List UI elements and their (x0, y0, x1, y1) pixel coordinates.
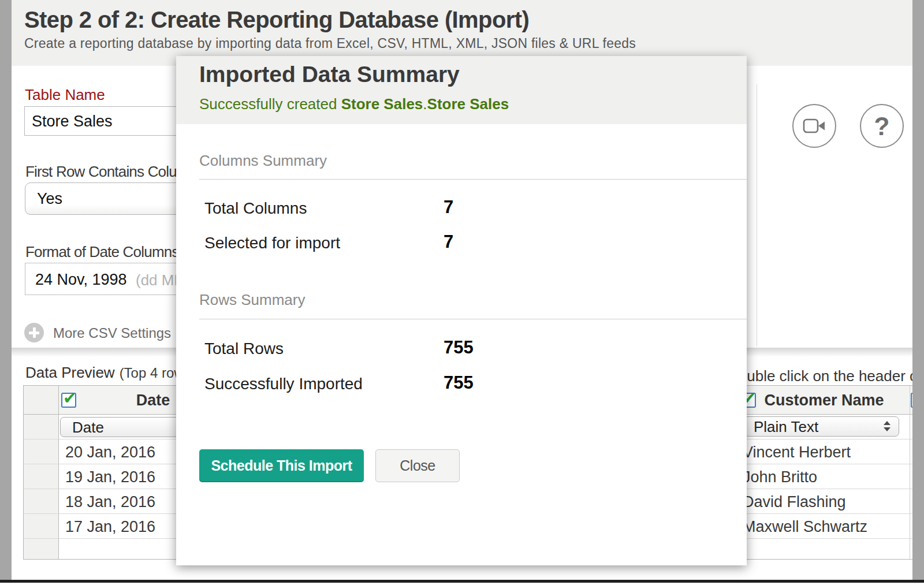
row-number-cell (24, 415, 59, 439)
plus-icon[interactable] (24, 323, 44, 342)
help-button[interactable]: ? (860, 104, 904, 148)
date-type-value: Date (72, 419, 104, 437)
close-button[interactable]: Close (375, 449, 460, 482)
window-edge-left (0, 0, 12, 580)
selected-for-import-value: 7 (444, 232, 453, 252)
success-separator: . (423, 95, 427, 113)
customer-cell-value: Maxwell Schwartz (743, 518, 910, 536)
customer-column-header-label: Customer Name (739, 392, 910, 409)
success-prefix: Successfully created (199, 95, 341, 113)
row-number-cell (24, 439, 59, 464)
success-table-name-2: Store Sales (427, 95, 509, 113)
date-format-value: 24 Nov, 1998 (35, 271, 127, 289)
schedule-this-import-button[interactable]: Schedule This Import (199, 449, 364, 482)
successfully-imported-value: 755 (444, 372, 474, 393)
select-stepper-icon (884, 421, 891, 431)
data-preview-heading: Data Preview(Top 4 rows) (25, 364, 196, 382)
question-mark-icon: ? (874, 113, 890, 139)
rows-summary-title: Rows Summary (199, 291, 305, 309)
row-number-cell (24, 539, 59, 559)
customer-column-header[interactable]: Customer Name (739, 386, 910, 415)
header-edit-instruction: Double click on the header cell to edit … (728, 367, 924, 385)
customer-cell-value: David Flashing (743, 493, 910, 511)
success-table-name: Store Sales (341, 95, 423, 113)
modal-success-message: Successfully created Store Sales.Store S… (199, 95, 509, 113)
row-number-cell (24, 514, 59, 539)
row-number-cell (24, 489, 59, 514)
customer-type-cell: Plain Text (739, 415, 910, 439)
customer-type-value: Plain Text (754, 418, 818, 436)
customer-cell-value: Vincent Herbert (743, 444, 910, 461)
successfully-imported-label: Successfully Imported (204, 375, 363, 393)
window-edge-right (912, 0, 924, 580)
window-bottom-bar (0, 580, 924, 583)
row-number-cell (24, 464, 59, 489)
table-name-label: Table Name (25, 86, 105, 104)
row-number-header-cell (24, 386, 59, 415)
table-row-customer-1: Vincent Herbert (739, 439, 910, 464)
first-row-value: Yes (37, 190, 62, 208)
form-panel-divider (757, 84, 757, 346)
table-cell (739, 539, 910, 559)
columns-summary-title: Columns Summary (199, 152, 327, 170)
date-column-checkbox[interactable] (61, 393, 76, 408)
modal-title: Imported Data Summary (199, 62, 460, 87)
imported-data-summary-modal: Imported Data Summary Successfully creat… (176, 56, 747, 565)
customer-type-select[interactable]: Plain Text (744, 416, 899, 437)
more-csv-settings-link[interactable]: More CSV Settings (53, 325, 171, 341)
total-rows-label: Total Rows (204, 340, 284, 358)
table-name-value: Store Sales (32, 113, 113, 131)
video-camera-icon (803, 117, 826, 135)
table-row-customer-4: Maxwell Schwartz (739, 514, 910, 539)
total-columns-label: Total Columns (204, 199, 307, 218)
page-subtitle: Create a reporting database by importing… (24, 36, 636, 51)
page-title: Step 2 of 2: Create Reporting Database (… (24, 7, 529, 33)
table-row-customer-2: John Britto (739, 464, 910, 489)
total-rows-value: 755 (444, 337, 474, 358)
total-columns-value: 7 (444, 197, 453, 218)
video-help-button[interactable] (792, 104, 836, 148)
table-row-customer-3: David Flashing (739, 489, 910, 514)
date-format-label: Format of Date Columns (25, 243, 179, 261)
rows-summary-divider (199, 319, 747, 319)
customer-cell-value: John Britto (743, 468, 910, 486)
selected-for-import-label: Selected for import (204, 234, 340, 252)
columns-summary-divider (199, 179, 747, 180)
data-preview-title: Data Preview (25, 364, 115, 381)
modal-header: Imported Data Summary Successfully creat… (176, 56, 747, 124)
